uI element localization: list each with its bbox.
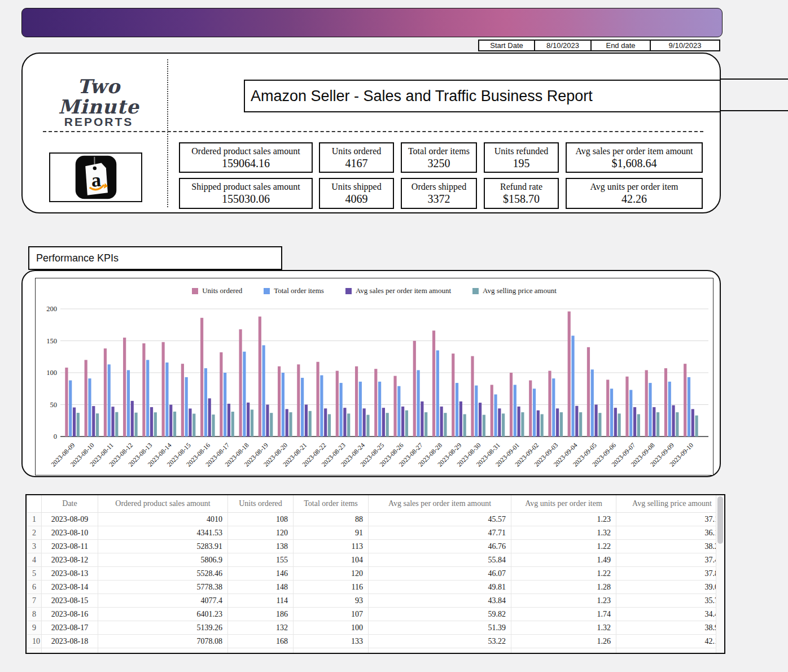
table-cell: 1.49 — [511, 553, 616, 567]
table-row: 52023-08-135528.4614612046.071.2237.87 — [27, 567, 726, 581]
table-cell: 120 — [228, 526, 294, 540]
kpi-value: 155030.06 — [180, 192, 312, 206]
table-column-header: Avg selling price amount — [616, 495, 726, 513]
kpi-label: Units refunded — [485, 146, 558, 156]
legend-swatch-icon — [264, 288, 270, 294]
table-cell: 1.32 — [511, 621, 616, 635]
legend-swatch-icon — [472, 288, 479, 294]
legend-label: Units ordered — [202, 286, 242, 295]
table-row: 72023-08-154077.41149343.841.2335.77 — [27, 594, 726, 608]
table-row: 82023-08-166401.2318610759.821.7434.42 — [27, 608, 726, 621]
svg-text:0: 0 — [54, 433, 57, 440]
table-row: 32023-08-115283.9113811346.761.2238.29 — [27, 540, 726, 553]
kpi-card: Avg sales per order item amount$1,608.64 — [566, 142, 703, 173]
table-body[interactable]: 12023-08-0940101088845.571.2337.1322023-… — [27, 513, 726, 654]
logo-caps-text: REPORTS — [40, 116, 158, 128]
kpi-value: 159064.16 — [180, 156, 312, 170]
table-cell: 5283.91 — [98, 540, 228, 553]
svg-text:50: 50 — [50, 401, 58, 409]
kpi-card: Refund rate$158.70 — [484, 178, 559, 209]
report-page: Start Date 8/10/2023 End date 9/10/2023 … — [0, 0, 788, 672]
table-cell: 37.46 — [616, 553, 726, 567]
kpi-value: $1,608.64 — [567, 156, 702, 170]
table-cell — [228, 648, 294, 654]
kpi-card: Shipped product sales amount155030.06 — [179, 178, 313, 209]
table-cell: 113 — [294, 540, 369, 553]
performance-kpis-section-label: Performance KPIs — [28, 246, 282, 270]
table-cell: 34.42 — [616, 608, 726, 621]
table-cell: 35.77 — [616, 594, 726, 608]
table-cell: 1.23 — [511, 594, 616, 608]
table-cell: 36.18 — [616, 526, 726, 540]
table-header-row: DateOrdered product sales amountUnits or… — [27, 495, 726, 513]
table-scrollbar-track[interactable] — [716, 495, 724, 653]
amazon-seller-logo-icon: a — [73, 154, 119, 201]
table-cell: 91 — [294, 526, 369, 540]
table-cell: 39.04 — [616, 581, 726, 594]
table-cell: 4341.53 — [98, 526, 228, 540]
table-cell — [98, 648, 228, 654]
chart-legend: Units orderedTotal order itemsAvg sales … — [36, 286, 713, 295]
row-number: 6 — [27, 581, 42, 594]
table-row: 42023-08-125806.915510455.841.4937.46 — [27, 553, 726, 567]
kpi-value: 195 — [485, 156, 558, 170]
end-date-input[interactable]: 9/10/2023 — [650, 40, 720, 51]
table-cell — [27, 648, 42, 654]
title-extension-line-bottom — [720, 110, 788, 111]
horizontal-dashed-divider — [43, 131, 703, 132]
table-cell: 114 — [228, 594, 294, 608]
table-cell: 2023-08-15 — [42, 594, 98, 608]
table-cell: 47.71 — [369, 526, 511, 540]
kpi-card: Total order items3250 — [401, 142, 477, 173]
table-cell: 55.84 — [369, 553, 511, 567]
table-cell: 53.22 — [369, 635, 511, 648]
table-cell: 2023-08-10 — [42, 526, 98, 540]
table-cell: 2023-08-17 — [42, 621, 98, 635]
kpi-card: Units refunded195 — [484, 142, 559, 173]
table-cell: 186 — [228, 608, 294, 621]
end-date-label: End date — [590, 40, 651, 51]
table-cell: 5139.26 — [98, 621, 228, 635]
table-column-header: Units ordered — [228, 495, 294, 513]
two-minute-reports-logo: Two Minute REPORTS — [40, 76, 158, 128]
table-cell: 4010 — [98, 513, 228, 526]
table-cell: 1.32 — [511, 526, 616, 540]
report-title: Amazon Seller - Sales and Traffic Busine… — [244, 80, 721, 112]
table-cell: 1.74 — [511, 608, 616, 621]
table-cell: 1.23 — [511, 513, 616, 526]
table-column-header: Date — [42, 495, 98, 513]
daily-metrics-table: DateOrdered product sales amountUnits or… — [27, 495, 725, 654]
row-number: 3 — [27, 540, 42, 553]
table-cell: 168 — [228, 635, 294, 648]
table-row: 22023-08-104341.531209147.711.3236.18 — [27, 526, 726, 540]
kpi-label: Avg units per order item — [567, 181, 702, 192]
row-number: 9 — [27, 621, 42, 635]
table-cell: 120 — [294, 567, 369, 581]
kpi-label: Refund rate — [485, 181, 558, 192]
table-cell: 2023-08-09 — [42, 513, 98, 526]
start-date-label: Start Date — [478, 40, 535, 51]
table-cell: 5528.46 — [98, 567, 228, 581]
table-cell: 43.84 — [369, 594, 511, 608]
kpi-label: Orders shipped — [402, 181, 476, 192]
kpi-label: Avg sales per order item amount — [567, 146, 702, 156]
table-cell: 51.39 — [369, 621, 511, 635]
table-column-header — [27, 495, 42, 513]
legend-item: Avg selling price amount — [472, 286, 557, 295]
table-cell: 2023-08-18 — [42, 635, 98, 648]
table-cell: 7078.08 — [98, 635, 228, 648]
table-cell: 104 — [294, 553, 369, 567]
legend-swatch-icon — [345, 288, 352, 294]
header-gradient-banner — [21, 8, 723, 37]
start-date-input[interactable]: 8/10/2023 — [534, 40, 592, 51]
table-row: 102023-08-187078.0816813353.221.2642.13 — [27, 635, 726, 648]
table-column-header: Avg sales per order item amount — [369, 495, 511, 513]
table-cell — [42, 648, 98, 654]
table-scrollbar-thumb[interactable] — [717, 496, 723, 544]
kpi-card: Orders shipped3372 — [401, 178, 477, 209]
legend-item: Units ordered — [192, 286, 242, 295]
logo-script-text: Two Minute — [40, 76, 158, 117]
kpi-label: Total order items — [402, 146, 476, 156]
table-cell: 2023-08-14 — [42, 581, 98, 594]
table-column-header: Ordered product sales amount — [98, 495, 228, 513]
